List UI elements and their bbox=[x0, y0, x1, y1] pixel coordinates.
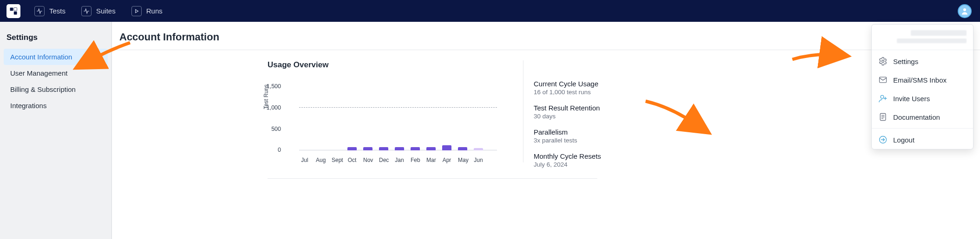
menu-item-label: Documentation bbox=[893, 113, 940, 121]
x-tick-label: Jun bbox=[474, 157, 483, 163]
user-name-redacted bbox=[911, 30, 967, 36]
x-tick-label: Sept bbox=[332, 157, 341, 163]
usage-chart: Test Runs 05001,0001,500JulAugSeptOctNov… bbox=[283, 80, 497, 163]
bar bbox=[474, 148, 483, 150]
settings-sidebar: Settings Account InformationUser Managem… bbox=[0, 22, 111, 239]
user-plus-icon bbox=[878, 94, 888, 103]
x-tick-label: Aug bbox=[316, 157, 325, 163]
bar bbox=[458, 147, 467, 150]
stat-reset: Monthly Cycle Resets July 6, 2024 bbox=[534, 152, 662, 168]
menu-item-label: Email/SMS Inbox bbox=[893, 76, 947, 84]
stat-current-cycle: Current Cycle Usage 16 of 1,000 test run… bbox=[534, 80, 662, 96]
stat-retention: Test Result Retention 30 days bbox=[534, 104, 662, 120]
svg-rect-6 bbox=[880, 77, 887, 83]
chart-title: Usage Overview bbox=[268, 60, 500, 70]
x-tick-label: Jan bbox=[395, 157, 404, 163]
usage-chart-block: Usage Overview Test Runs 05001,0001,500J… bbox=[268, 60, 500, 179]
user-icon bbox=[960, 7, 969, 15]
page-title: Account Information bbox=[112, 22, 980, 50]
pulse-icon bbox=[81, 6, 91, 16]
logout-icon bbox=[878, 135, 888, 144]
y-tick-label: 500 bbox=[271, 126, 281, 132]
stat-sub: 3x parallel tests bbox=[534, 137, 662, 144]
app-logo[interactable] bbox=[7, 4, 20, 18]
bar bbox=[426, 147, 436, 150]
stat-title: Parallelism bbox=[534, 128, 662, 136]
stat-title: Test Result Retention bbox=[534, 104, 662, 112]
x-tick-label: May bbox=[458, 157, 467, 163]
sidebar-title: Settings bbox=[0, 33, 111, 49]
stat-sub: 16 of 1,000 test runs bbox=[534, 89, 662, 96]
sidebar-item-billing-subscription[interactable]: Billing & Subscription bbox=[4, 81, 108, 97]
bar bbox=[379, 147, 388, 150]
x-tick-label: Mar bbox=[426, 157, 436, 163]
nav-runs-label: Runs bbox=[146, 7, 163, 15]
x-tick-label: Jul bbox=[300, 157, 309, 163]
svg-rect-2 bbox=[14, 7, 17, 11]
user-dropdown-menu: Settings Email/SMS Inbox Invite Users Do… bbox=[871, 24, 973, 149]
menu-item-logout[interactable]: Logout bbox=[872, 130, 973, 149]
play-icon bbox=[131, 6, 142, 16]
mail-icon bbox=[878, 75, 888, 84]
menu-item-settings[interactable]: Settings bbox=[872, 52, 973, 71]
menu-item-invite[interactable]: Invite Users bbox=[872, 89, 973, 108]
document-icon bbox=[878, 112, 888, 122]
svg-point-4 bbox=[963, 8, 966, 11]
svg-marker-3 bbox=[135, 9, 138, 13]
section-divider bbox=[268, 178, 597, 179]
menu-item-label: Logout bbox=[893, 136, 915, 144]
menu-item-docs[interactable]: Documentation bbox=[872, 108, 973, 126]
svg-point-5 bbox=[882, 60, 884, 63]
stat-sub: 30 days bbox=[534, 113, 662, 120]
y-tick-label: 1,500 bbox=[267, 83, 281, 90]
nav-suites-label: Suites bbox=[96, 7, 116, 15]
svg-rect-1 bbox=[14, 11, 17, 14]
x-tick-label: Feb bbox=[411, 157, 420, 163]
menu-item-label: Invite Users bbox=[893, 95, 930, 103]
sidebar-item-integrations[interactable]: Integrations bbox=[4, 97, 108, 114]
gear-icon bbox=[878, 57, 888, 66]
stat-sub: July 6, 2024 bbox=[534, 161, 662, 168]
usage-stats: Current Cycle Usage 16 of 1,000 test run… bbox=[523, 60, 662, 162]
logo-icon bbox=[9, 7, 18, 15]
x-tick-label: Nov bbox=[363, 157, 372, 163]
y-tick-label: 0 bbox=[278, 147, 281, 153]
main-panel: Account Information Usage Overview Test … bbox=[111, 22, 980, 239]
nav-suites[interactable]: Suites bbox=[81, 6, 116, 16]
stat-title: Monthly Cycle Resets bbox=[534, 152, 662, 160]
stat-title: Current Cycle Usage bbox=[534, 80, 662, 88]
menu-item-inbox[interactable]: Email/SMS Inbox bbox=[872, 71, 973, 89]
bar bbox=[347, 147, 357, 150]
bar bbox=[363, 147, 372, 150]
menu-item-label: Settings bbox=[893, 58, 918, 65]
user-avatar-button[interactable] bbox=[958, 4, 972, 18]
bar bbox=[442, 145, 451, 150]
nav-tests-label: Tests bbox=[49, 7, 65, 15]
user-menu-header bbox=[872, 25, 973, 48]
x-tick-label: Dec bbox=[379, 157, 388, 163]
svg-rect-0 bbox=[10, 7, 13, 11]
stat-parallelism: Parallelism 3x parallel tests bbox=[534, 128, 662, 144]
user-email-redacted bbox=[897, 39, 967, 43]
svg-point-7 bbox=[881, 95, 884, 98]
pulse-icon bbox=[34, 6, 45, 16]
y-tick-label: 1,000 bbox=[267, 104, 281, 111]
sidebar-item-user-management[interactable]: User Management bbox=[4, 65, 108, 81]
sidebar-item-account-information[interactable]: Account Information bbox=[4, 49, 108, 65]
bar bbox=[395, 147, 404, 150]
x-tick-label: Oct bbox=[347, 157, 357, 163]
content-area: Settings Account InformationUser Managem… bbox=[0, 22, 980, 239]
x-tick-label: Apr bbox=[442, 157, 451, 163]
nav-tests[interactable]: Tests bbox=[34, 6, 65, 16]
nav-runs[interactable]: Runs bbox=[131, 6, 163, 16]
bar bbox=[411, 147, 420, 150]
top-navbar: Tests Suites Runs bbox=[0, 0, 980, 22]
